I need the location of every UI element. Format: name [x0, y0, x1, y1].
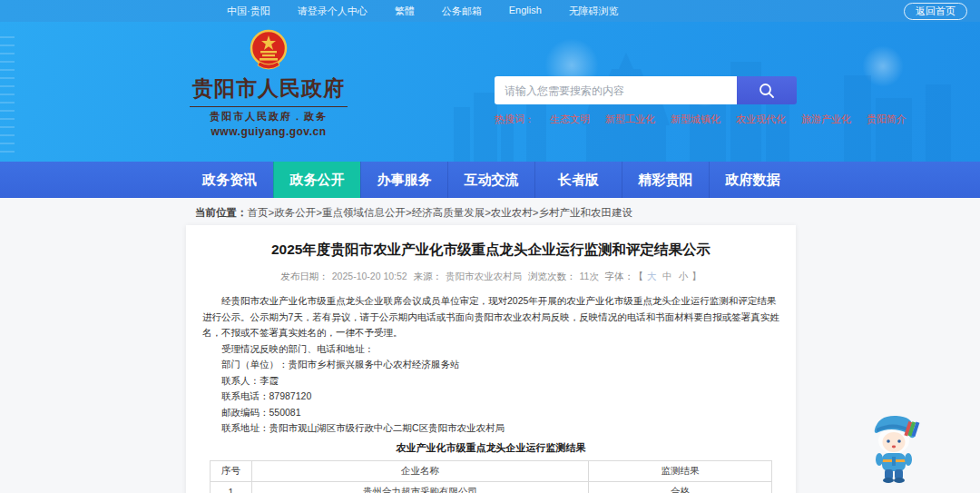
- article-title: 2025年度贵阳市农业产业化市级重点龙头企业运行监测和评定结果公示: [230, 241, 752, 260]
- table-cell: 贵州合力超市采购有限公司: [252, 481, 589, 493]
- table-header-cell: 序号: [211, 460, 252, 481]
- views-value: 11次: [580, 271, 599, 281]
- hot-search-word[interactable]: 贵阳简介: [867, 113, 906, 126]
- article-paragraph: 受理情况反映的部门、电话和地址：: [202, 341, 779, 358]
- banner-stripe-decoration: [0, 36, 15, 154]
- return-home-button[interactable]: 返回首页: [904, 3, 967, 20]
- mascot-icon: [866, 409, 922, 484]
- font-size-label: 字体：【: [605, 271, 643, 281]
- article-meta: 发布日期：2025-10-20 10:52 来源：贵阳市农业农村局 浏览次数：1…: [199, 271, 783, 283]
- font-size-large-button[interactable]: 大: [647, 271, 657, 281]
- topbar-link[interactable]: 繁體: [395, 5, 415, 18]
- hot-search-word[interactable]: 新型工业化: [605, 113, 655, 126]
- hot-search-word[interactable]: 旅游产业化: [801, 113, 851, 126]
- article-body: 经贵阳市农业产业化市级重点龙头企业联席会议成员单位审定，现对2025年开展的农业…: [202, 293, 779, 437]
- font-size-suffix: 】: [691, 271, 701, 281]
- national-emblem-icon: [249, 29, 289, 73]
- publish-date-label: 发布日期：: [280, 271, 328, 281]
- search-icon: [758, 82, 776, 100]
- nav-tab-4[interactable]: 互动交流: [447, 162, 534, 198]
- table-header-cell: 监测结果: [589, 460, 772, 481]
- topbar-link[interactable]: 请登录个人中心: [298, 5, 368, 18]
- search-button[interactable]: [737, 76, 797, 104]
- content-area: 当前位置：首页>政务公开>重点领域信息公开>经济高质量发展>农业农村>乡村产业和…: [0, 198, 980, 493]
- mascot-assistant[interactable]: [866, 409, 922, 488]
- search-area: 热搜词： 生态文明新型工业化新型城镇化农业现代化旅游产业化贵阳简介: [495, 76, 797, 126]
- hot-search-word[interactable]: 新型城镇化: [671, 113, 720, 126]
- site-subtitle: 贵阳市人民政府．政务: [186, 110, 351, 123]
- article-paragraph: 联系地址：贵阳市观山湖区市级行政中心二期C区贵阳市农业农村局: [202, 420, 779, 437]
- logo-divider: [190, 106, 348, 107]
- main-nav: 政务资讯政务公开办事服务互动交流长者版精彩贵阳政府数据: [0, 162, 980, 198]
- page: 中国·贵阳请登录个人中心繁體公务邮箱English无障碍浏览 返回首页: [0, 0, 980, 493]
- source-value: 贵阳市农业农村局: [446, 271, 522, 281]
- result-table: 序号企业名称监测结果 1贵州合力超市采购有限公司合格2贵州友禾种业有限公司合格3…: [210, 460, 772, 493]
- table-cell: 1: [211, 481, 252, 493]
- topbar-link[interactable]: English: [509, 5, 542, 18]
- table-header-cell: 企业名称: [252, 460, 589, 481]
- article-card: 2025年度贵阳市农业产业化市级重点龙头企业运行监测和评定结果公示 发布日期：2…: [186, 225, 796, 493]
- table-row: 1贵州合力超市采购有限公司合格: [211, 481, 772, 493]
- main-nav-items: 政务资讯政务公开办事服务互动交流长者版精彩贵阳政府数据: [186, 162, 796, 198]
- font-size-small-button[interactable]: 小: [679, 271, 689, 281]
- hot-search-row: 热搜词： 生态文明新型工业化新型城镇化农业现代化旅游产业化贵阳简介: [495, 113, 797, 126]
- nav-tab-5[interactable]: 长者版: [534, 162, 622, 198]
- site-url: www.guiyang.gov.cn: [186, 125, 351, 138]
- breadcrumb-label: 当前位置：: [195, 207, 248, 218]
- article-paragraph: 联系电话：87987120: [202, 389, 779, 405]
- hot-search-word[interactable]: 生态文明: [550, 113, 590, 126]
- article-paragraph: 联系人：李霞: [202, 373, 779, 389]
- hot-search-words: 生态文明新型工业化新型城镇化农业现代化旅游产业化贵阳简介: [550, 113, 906, 126]
- topbar-link[interactable]: 中国·贵阳: [227, 5, 270, 18]
- search-input[interactable]: [495, 76, 737, 104]
- topbar-links: 中国·贵阳请登录个人中心繁體公务邮箱English无障碍浏览: [227, 5, 619, 18]
- top-utility-bar: 中国·贵阳请登录个人中心繁體公务邮箱English无障碍浏览 返回首页: [0, 0, 980, 22]
- breadcrumb-path[interactable]: 首页>政务公开>重点领域信息公开>经济高质量发展>农业农村>乡村产业和农田建设: [248, 207, 633, 218]
- breadcrumb[interactable]: 当前位置：首页>政务公开>重点领域信息公开>经济高质量发展>农业农村>乡村产业和…: [195, 206, 632, 220]
- table-cell: 合格: [589, 481, 772, 493]
- nav-tab-7[interactable]: 政府数据: [709, 162, 796, 198]
- topbar-link[interactable]: 公务邮箱: [442, 5, 482, 18]
- hot-search-word[interactable]: 农业现代化: [736, 113, 786, 126]
- nav-tab-6[interactable]: 精彩贵阳: [622, 162, 709, 198]
- site-title: 贵阳市人民政府: [186, 74, 351, 103]
- result-table-title: 农业产业化市级重点龙头企业运行监测结果: [199, 441, 783, 455]
- topbar-link[interactable]: 无障碍浏览: [569, 5, 619, 18]
- site-logo[interactable]: 贵阳市人民政府 贵阳市人民政府．政务 www.guiyang.gov.cn: [186, 29, 351, 138]
- source-label: 来源：: [414, 271, 443, 281]
- nav-tab-2[interactable]: 政务公开: [273, 162, 360, 198]
- article-paragraph: 经贵阳市农业产业化市级重点龙头企业联席会议成员单位审定，现对2025年开展的农业…: [202, 293, 779, 341]
- table-header-row: 序号企业名称监测结果: [211, 460, 772, 481]
- hot-search-label: 热搜词：: [495, 113, 534, 126]
- site-banner: 贵阳市人民政府 贵阳市人民政府．政务 www.guiyang.gov.cn 热搜…: [0, 22, 980, 162]
- article-paragraph: 邮政编码：550081: [202, 405, 779, 421]
- article-paragraph: 部门（单位）：贵阳市乡村振兴服务中心农村经济服务站: [202, 357, 779, 373]
- font-size-medium-button[interactable]: 中: [662, 271, 672, 281]
- views-label: 浏览次数：: [528, 271, 576, 281]
- nav-tab-1[interactable]: 政务资讯: [186, 162, 273, 198]
- publish-date-value: 2025-10-20 10:52: [332, 271, 407, 281]
- nav-tab-3[interactable]: 办事服务: [360, 162, 447, 198]
